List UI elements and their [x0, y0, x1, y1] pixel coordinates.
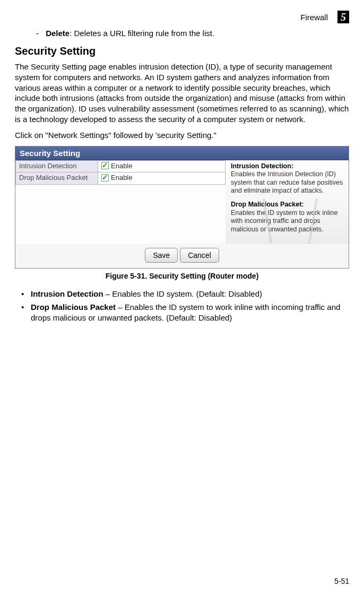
section-title: Security Setting: [15, 45, 349, 57]
drop-enable-checkbox[interactable]: Enable: [101, 174, 132, 182]
paragraph-1: The Security Setting page enables intrus…: [15, 62, 349, 125]
checkbox-label: Enable: [111, 162, 132, 170]
chapter-badge: 5: [337, 11, 349, 23]
dash-icon: -: [36, 29, 44, 38]
row-label-intrusion: Intrusion Detection: [16, 160, 98, 172]
delete-label: Delete: [46, 29, 70, 38]
help-text-2: Enables the ID system to work inline wit…: [231, 209, 337, 233]
bullet-1-text: – Enables the ID system. (Default: Disab…: [103, 289, 262, 298]
intrusion-enable-checkbox[interactable]: Enable: [101, 162, 132, 170]
help-heading-1: Intrusion Detection:: [231, 162, 293, 170]
feature-bullets: Intrusion Detection – Enables the ID sys…: [15, 289, 349, 323]
settings-table: Intrusion Detection Enable Drop Maliciou…: [15, 160, 226, 185]
security-setting-figure: Security Setting Intrusion Detection Ena…: [15, 146, 349, 269]
delete-desc: : Deletes a URL filtering rule from the …: [70, 29, 214, 38]
row-label-drop: Drop Malicious Packet: [16, 172, 98, 185]
help-heading-2: Drop Malicious Packet:: [231, 201, 304, 208]
checkbox-label: Enable: [111, 174, 132, 182]
table-row: Drop Malicious Packet Enable: [16, 172, 226, 185]
paragraph-2: Click on "Network Settings" followed by …: [15, 130, 349, 141]
bullet-2-label: Drop Malicious Packet: [31, 303, 116, 312]
help-panel: Intrusion Detection: Enables the Intrusi…: [226, 160, 349, 244]
list-item: Drop Malicious Packet – Enables the ID s…: [24, 302, 349, 323]
bullet-1-label: Intrusion Detection: [31, 289, 103, 298]
cancel-button[interactable]: Cancel: [180, 248, 219, 263]
figure-panel-title: Security Setting: [15, 146, 349, 160]
checkbox-icon: [101, 174, 109, 182]
help-text-1: Enables the Intrusion Detection (ID) sys…: [231, 170, 343, 194]
figure-caption: Figure 5-31. Security Setting (Router mo…: [15, 272, 349, 280]
table-row: Intrusion Detection Enable: [16, 160, 226, 172]
delete-sub-item: - Delete: Deletes a URL filtering rule f…: [15, 29, 349, 38]
checkbox-icon: [101, 162, 109, 169]
save-button[interactable]: Save: [145, 248, 178, 263]
list-item: Intrusion Detection – Enables the ID sys…: [24, 289, 349, 299]
page-header: Firewall 5: [15, 11, 349, 23]
page-number: 5-51: [334, 577, 349, 585]
header-section: Firewall: [300, 13, 328, 22]
